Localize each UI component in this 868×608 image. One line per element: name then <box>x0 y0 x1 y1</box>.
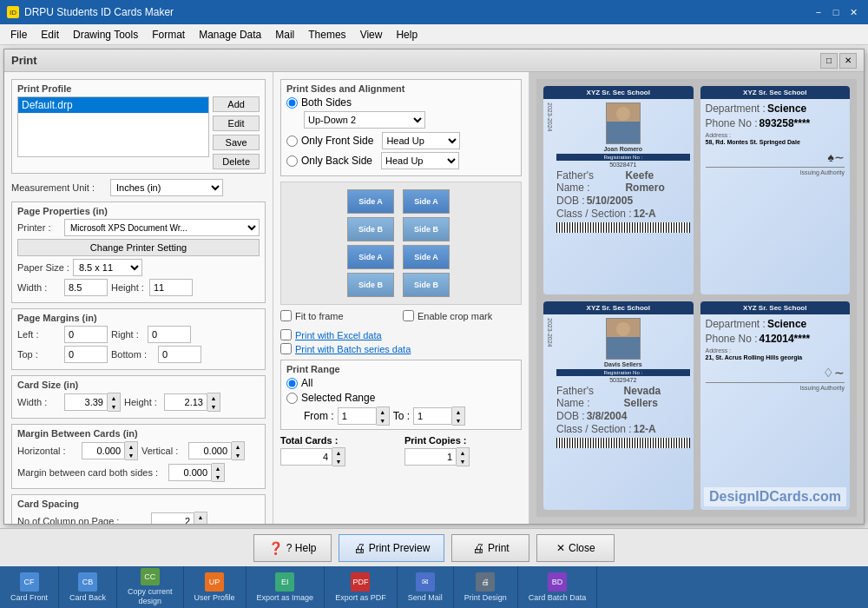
vert-input[interactable] <box>188 442 232 459</box>
both-sides-input[interactable] <box>168 464 212 481</box>
print-copies-up[interactable]: ▲ <box>457 448 469 457</box>
to-up[interactable]: ▲ <box>452 407 464 416</box>
menu-file[interactable]: File <box>3 27 34 43</box>
left-input[interactable] <box>64 326 108 343</box>
menu-themes[interactable]: Themes <box>301 27 352 43</box>
print-preview-button[interactable]: 🖨 Print Preview <box>339 534 445 562</box>
from-down[interactable]: ▼ <box>377 416 389 425</box>
taskbar-copy-design[interactable]: CC Copy current design <box>117 566 184 608</box>
taskbar-send-mail[interactable]: ✉ Send Mail <box>398 566 454 608</box>
menu-format[interactable]: Format <box>145 27 192 43</box>
add-profile-button[interactable]: Add <box>213 96 260 112</box>
minimize-button[interactable]: − <box>811 4 826 20</box>
only-front-radio[interactable] <box>286 135 298 147</box>
selected-range-radio[interactable] <box>286 393 298 404</box>
paper-size-select[interactable]: 8.5 x 11 <box>73 259 142 276</box>
help-button[interactable]: ❓ ? Help <box>253 534 332 562</box>
print-copies-down[interactable]: ▼ <box>457 457 469 466</box>
columns-down[interactable]: ▼ <box>194 521 207 524</box>
both-sides-down[interactable]: ▼ <box>212 473 224 481</box>
to-down[interactable]: ▼ <box>452 416 464 425</box>
both-sides-spinner[interactable]: ▲ ▼ <box>168 463 225 482</box>
bottom-input[interactable] <box>158 346 201 363</box>
card-width-spinner[interactable]: ▲ ▼ <box>64 393 121 412</box>
card-cell-1[interactable]: Side A <box>347 189 394 214</box>
card-cell-6[interactable]: Side A <box>403 245 450 269</box>
print-with-batch-checkbox[interactable] <box>280 343 292 354</box>
both-sides-radio[interactable] <box>286 97 298 109</box>
menu-mail[interactable]: Mail <box>268 27 301 43</box>
card-width-input[interactable] <box>64 393 108 411</box>
card-height-input[interactable] <box>164 393 207 411</box>
horiz-input[interactable] <box>82 442 125 459</box>
all-range-radio[interactable] <box>286 378 298 389</box>
total-cards-down[interactable]: ▼ <box>332 457 345 466</box>
to-spinner[interactable]: ▲ ▼ <box>413 406 465 426</box>
taskbar-batch-data[interactable]: BD Card Batch Data <box>518 566 598 608</box>
front-head-up-select[interactable]: Head Up <box>382 132 460 149</box>
from-input[interactable] <box>338 407 377 425</box>
horiz-up[interactable]: ▲ <box>125 442 137 451</box>
enable-crop-mark-checkbox[interactable] <box>403 310 414 321</box>
menu-help[interactable]: Help <box>389 27 424 43</box>
menu-view[interactable]: View <box>353 27 390 43</box>
horiz-spinner[interactable]: ▲ ▼ <box>82 441 138 460</box>
total-cards-up[interactable]: ▲ <box>332 448 345 457</box>
edit-profile-button[interactable]: Edit <box>213 116 260 131</box>
close-button[interactable]: ✕ <box>845 4 861 20</box>
columns-spinner[interactable]: ▲ ▼ <box>151 512 207 524</box>
from-up[interactable]: ▲ <box>377 407 389 416</box>
top-input[interactable] <box>64 346 108 363</box>
printer-select[interactable]: Microsoft XPS Document Wr... <box>64 219 260 236</box>
vert-up[interactable]: ▲ <box>232 442 244 451</box>
print-button[interactable]: 🖨 Print <box>451 534 529 562</box>
width-input[interactable] <box>64 279 108 296</box>
up-down-select[interactable]: Up-Down 2 <box>304 111 425 129</box>
print-copies-input[interactable] <box>404 448 457 466</box>
card-cell-8[interactable]: Side B <box>403 273 450 297</box>
profile-item-default[interactable]: Default.drp <box>18 97 208 113</box>
both-sides-up[interactable]: ▲ <box>212 464 224 473</box>
dialog-close-button[interactable]: ✕ <box>839 53 857 69</box>
change-printer-button[interactable]: Change Printer Setting <box>17 239 260 256</box>
maximize-button[interactable]: □ <box>828 4 844 20</box>
card-width-up[interactable]: ▲ <box>108 393 120 402</box>
from-spinner[interactable]: ▲ ▼ <box>338 406 390 426</box>
taskbar-export-image[interactable]: EI Export as Image <box>247 566 326 608</box>
dialog-maximize-button[interactable]: □ <box>820 53 838 69</box>
card-width-down[interactable]: ▼ <box>108 402 120 411</box>
taskbar-user-profile[interactable]: UP User Profile <box>184 566 247 608</box>
card-cell-4[interactable]: Side B <box>403 217 450 241</box>
menu-manage-data[interactable]: Manage Data <box>192 27 268 43</box>
back-head-up-select[interactable]: Head Up <box>381 152 459 169</box>
taskbar-export-pdf[interactable]: PDF Export as PDF <box>325 566 398 608</box>
menu-drawing-tools[interactable]: Drawing Tools <box>66 27 145 43</box>
height-input[interactable] <box>149 279 193 296</box>
taskbar-card-front[interactable]: CF Card Front <box>0 566 59 608</box>
taskbar-print-design[interactable]: 🖨 Print Design <box>454 566 518 608</box>
columns-input[interactable] <box>151 512 194 524</box>
card-cell-7[interactable]: Side B <box>347 273 394 297</box>
horiz-down[interactable]: ▼ <box>125 451 137 459</box>
save-profile-button[interactable]: Save <box>213 135 260 150</box>
profile-list[interactable]: Default.drp <box>17 96 209 157</box>
card-cell-3[interactable]: Side B <box>347 217 394 241</box>
right-input[interactable] <box>148 326 191 343</box>
only-back-radio[interactable] <box>286 155 298 167</box>
total-cards-spinner[interactable]: ▲ ▼ <box>280 447 398 466</box>
measurement-select[interactable]: Inches (in) <box>110 179 223 196</box>
delete-profile-button[interactable]: Delete <box>213 154 260 169</box>
total-cards-input[interactable] <box>280 448 332 466</box>
fit-to-frame-checkbox[interactable] <box>280 310 292 321</box>
vert-spinner[interactable]: ▲ ▼ <box>188 441 245 460</box>
card-cell-5[interactable]: Side A <box>347 245 394 269</box>
card-height-spinner[interactable]: ▲ ▼ <box>164 393 220 412</box>
taskbar-card-back[interactable]: CB Card Back <box>59 566 117 608</box>
close-dialog-button[interactable]: ✕ Close <box>536 534 615 562</box>
card-cell-2[interactable]: Side A <box>403 189 450 214</box>
card-height-down[interactable]: ▼ <box>207 402 220 411</box>
menu-edit[interactable]: Edit <box>34 27 66 43</box>
to-input[interactable] <box>413 407 452 425</box>
card-height-up[interactable]: ▲ <box>207 393 220 402</box>
columns-up[interactable]: ▲ <box>194 512 207 521</box>
